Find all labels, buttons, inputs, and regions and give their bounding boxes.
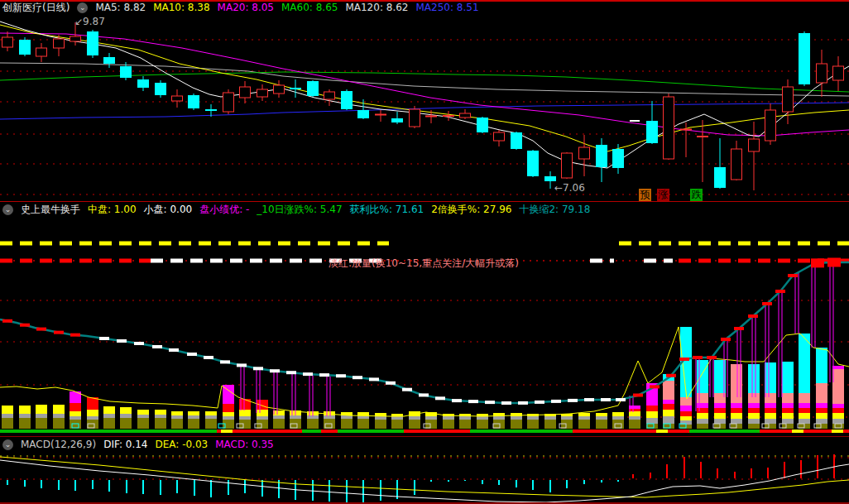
macd-title: MACD(12,26,9) xyxy=(21,439,96,451)
signal-badge-yu: 预 xyxy=(639,189,651,201)
high-price-label: ↙9.87 xyxy=(74,16,105,27)
chevron-down-icon[interactable]: ⌄ xyxy=(2,439,13,450)
low-arrow-icon: ← xyxy=(554,182,563,194)
signal-badge-die: 跌 xyxy=(690,189,703,201)
indicator-field: 中盘: 1.00 xyxy=(88,204,137,216)
ma-label: MA5: 8.82 xyxy=(95,2,146,14)
high-arrow-icon: ↙ xyxy=(74,16,83,27)
candlestick-panel xyxy=(0,22,849,194)
macd-header: ⌄ MACD(12,26,9) DIF: 0.14DEA: -0.03MACD:… xyxy=(2,439,274,451)
volume-annotation: 淡红:放量(换10~15,重点关注/大幅升或落) xyxy=(329,257,519,271)
indicator-title: 史上最牛换手 xyxy=(21,204,80,216)
signal-badge-zhang: 涨 xyxy=(657,189,669,201)
ma-label: MA60: 8.65 xyxy=(281,2,338,14)
indicator-fields: 中盘: 1.00小盘: 0.00盘小绩优: -_10日涨跌%: 5.47获利比%… xyxy=(88,204,590,216)
indicator-field: _10日涨跌%: 5.47 xyxy=(257,204,342,216)
ma-line-MA250 xyxy=(0,103,849,119)
indicator-field: 2倍换手%: 27.96 xyxy=(431,204,511,216)
ma-labels: MA5: 8.82MA10: 8.38MA20: 8.05MA60: 8.65M… xyxy=(95,2,478,14)
low-price-value: 7.06 xyxy=(563,182,585,194)
main-chart-header: 创新医疗(日线) ⌄ MA5: 8.82MA10: 8.38MA20: 8.05… xyxy=(2,2,479,14)
indicator-field: 小盘: 0.00 xyxy=(144,204,193,216)
macd-field: MACD: 0.35 xyxy=(215,439,274,451)
ma-line-MA10 xyxy=(0,25,849,151)
indicator-header: ⌄ 史上最牛换手 中盘: 1.00小盘: 0.00盘小绩优: -_10日涨跌%:… xyxy=(2,204,590,216)
ma-line-MA5 xyxy=(0,22,849,168)
ma-line-MA20 xyxy=(0,33,849,136)
indicator-field: 十换缩2: 79.18 xyxy=(519,204,590,216)
chevron-down-icon[interactable]: ⌄ xyxy=(2,204,13,215)
trading-terminal: 创新医疗(日线) ⌄ MA5: 8.82MA10: 8.38MA20: 8.05… xyxy=(0,0,849,504)
panel3-separator xyxy=(0,436,849,437)
chart-canvas xyxy=(0,0,849,504)
low-price-label: ←7.06 xyxy=(554,182,585,194)
macd-panel xyxy=(0,454,849,502)
high-price-value: 9.87 xyxy=(83,16,105,27)
ma-label: MA250: 8.51 xyxy=(415,2,478,14)
turnover-indicator-panel xyxy=(0,243,849,433)
macd-field: DIF: 0.14 xyxy=(103,439,147,451)
stock-title: 创新医疗(日线) xyxy=(2,2,70,14)
ma-label: MA120: 8.62 xyxy=(345,2,408,14)
macd-field: DEA: -0.03 xyxy=(155,439,208,451)
panel2-separator xyxy=(0,201,849,202)
ma-label: MA10: 8.38 xyxy=(153,2,209,14)
ma-label: MA20: 8.05 xyxy=(218,2,274,14)
macd-fields: DIF: 0.14DEA: -0.03MACD: 0.35 xyxy=(103,439,274,451)
indicator-field: 获利比%: 71.61 xyxy=(350,204,424,216)
chevron-down-icon[interactable]: ⌄ xyxy=(77,2,88,13)
indicator-field: 盘小绩优: - xyxy=(199,204,249,216)
